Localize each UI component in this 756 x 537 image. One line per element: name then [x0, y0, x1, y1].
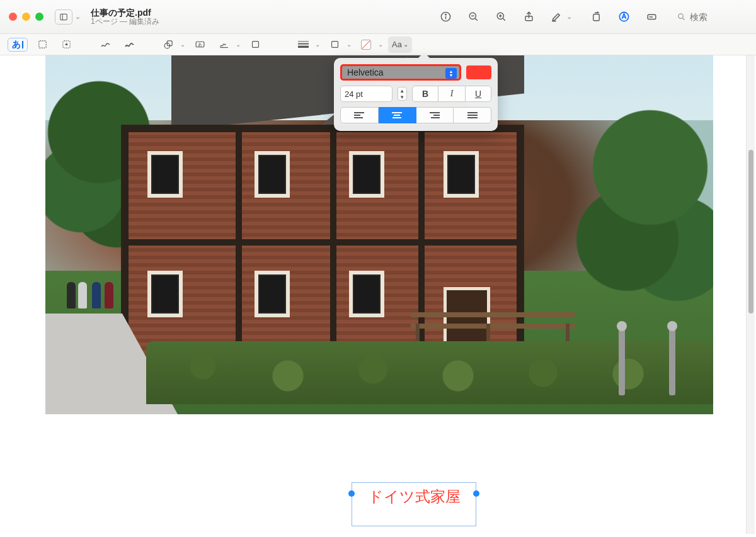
- draw-button[interactable]: [120, 37, 139, 53]
- lasso-select-button[interactable]: [57, 37, 76, 53]
- document-title-block: 仕事の予定.pdf 1ページ — 編集済み: [91, 8, 159, 26]
- rect-select-button[interactable]: [33, 37, 52, 53]
- svg-line-9: [503, 18, 505, 21]
- font-family-value: Helvetica: [347, 67, 384, 77]
- resize-handle-right[interactable]: [473, 490, 479, 497]
- align-right-icon: [430, 112, 440, 118]
- zoom-in-button[interactable]: [490, 8, 512, 26]
- text-color-button[interactable]: [466, 65, 491, 79]
- text-style-button[interactable]: Aa ⌄: [388, 37, 412, 53]
- stroke-width-button[interactable]: [294, 37, 312, 53]
- svg-text:あ: あ: [198, 42, 202, 47]
- shapes-button[interactable]: [159, 37, 178, 53]
- zoom-out-button[interactable]: [462, 8, 484, 26]
- aa-label: Aa: [392, 40, 402, 49]
- document-subtitle: 1ページ — 編集済み: [91, 18, 159, 26]
- maximize-window-button[interactable]: [35, 13, 43, 21]
- text-tool-label: あ: [12, 39, 21, 50]
- svg-rect-20: [38, 41, 45, 48]
- font-family-select[interactable]: Helvetica ▲▼: [340, 64, 461, 81]
- align-center-icon: [392, 112, 402, 118]
- markup-toolbar: あ ⌄ あ ⌄ ⌄ ⌄ ⌄ Aa ⌄: [0, 34, 756, 55]
- text-annotation[interactable]: ドイツ式家屋: [352, 482, 476, 526]
- sign-chevron-icon[interactable]: ⌄: [236, 41, 241, 48]
- font-size-stepper[interactable]: ▲▼: [398, 87, 407, 101]
- align-left-button[interactable]: [340, 107, 379, 123]
- svg-point-18: [679, 14, 684, 19]
- align-left-icon: [354, 112, 364, 118]
- svg-point-22: [66, 43, 67, 45]
- search-field[interactable]: [672, 9, 747, 25]
- text-style-popover: Helvetica ▲▼ 24 pt ▲▼ B I U: [334, 58, 498, 131]
- underline-button[interactable]: U: [465, 86, 491, 102]
- highlight-button[interactable]: [545, 8, 568, 26]
- fence-decor: [612, 326, 707, 402]
- sign-button[interactable]: [214, 37, 233, 53]
- people-decor: [64, 282, 140, 332]
- window-titlebar: ⌄ 仕事の予定.pdf 1ページ — 編集済み ⌄: [0, 0, 756, 34]
- svg-line-19: [682, 18, 684, 20]
- border-color-button[interactable]: [325, 37, 344, 53]
- svg-rect-0: [60, 14, 67, 20]
- font-size-value: 24 pt: [345, 89, 363, 99]
- italic-button[interactable]: I: [438, 86, 465, 102]
- vertical-scrollbar[interactable]: [746, 55, 755, 534]
- font-size-field[interactable]: 24 pt: [340, 86, 392, 102]
- resize-handle-left[interactable]: [348, 490, 355, 497]
- fill-swatch-icon: [361, 40, 371, 50]
- sidebar-toggle-button[interactable]: [55, 9, 72, 25]
- rotate-button[interactable]: [585, 8, 607, 26]
- svg-rect-32: [331, 42, 338, 48]
- shapes-chevron-icon[interactable]: ⌄: [180, 41, 185, 48]
- align-justify-icon: [467, 112, 478, 118]
- scrollbar-thumb[interactable]: [748, 150, 753, 314]
- close-window-button[interactable]: [9, 13, 17, 21]
- minimize-window-button[interactable]: [22, 13, 30, 21]
- align-center-button[interactable]: [379, 107, 416, 123]
- align-justify-button[interactable]: [454, 107, 491, 123]
- bold-button[interactable]: B: [412, 86, 438, 102]
- sidebar-menu-chevron-icon[interactable]: ⌄: [75, 13, 81, 21]
- window-controls: [9, 13, 43, 21]
- svg-rect-14: [593, 14, 599, 21]
- svg-point-4: [445, 14, 445, 14]
- fill-chevron-icon[interactable]: ⌄: [378, 41, 383, 48]
- svg-rect-28: [252, 42, 258, 48]
- textbox-button[interactable]: あ: [190, 37, 209, 53]
- share-button[interactable]: [517, 8, 540, 26]
- sketch-button[interactable]: [96, 37, 115, 53]
- cursor-icon: [22, 41, 23, 48]
- border-chevron-icon[interactable]: ⌄: [346, 41, 352, 48]
- document-filename: 仕事の予定.pdf: [91, 8, 159, 18]
- info-button[interactable]: [434, 8, 457, 26]
- note-button[interactable]: [246, 37, 265, 53]
- highlight-chevron-icon[interactable]: ⌄: [566, 13, 572, 21]
- annotation-text: ドイツ式家屋: [368, 487, 461, 507]
- text-tool-button[interactable]: あ: [8, 38, 28, 52]
- search-input[interactable]: [690, 12, 734, 22]
- align-right-button[interactable]: [416, 107, 454, 123]
- markup-button[interactable]: [612, 8, 635, 26]
- bench-decor: [411, 307, 575, 345]
- fill-color-button[interactable]: [357, 37, 375, 53]
- redact-button[interactable]: [640, 8, 663, 26]
- stroke-chevron-icon[interactable]: ⌄: [315, 41, 320, 48]
- search-icon: [677, 12, 686, 21]
- svg-line-6: [475, 18, 478, 21]
- dropdown-icon: ▲▼: [445, 68, 457, 79]
